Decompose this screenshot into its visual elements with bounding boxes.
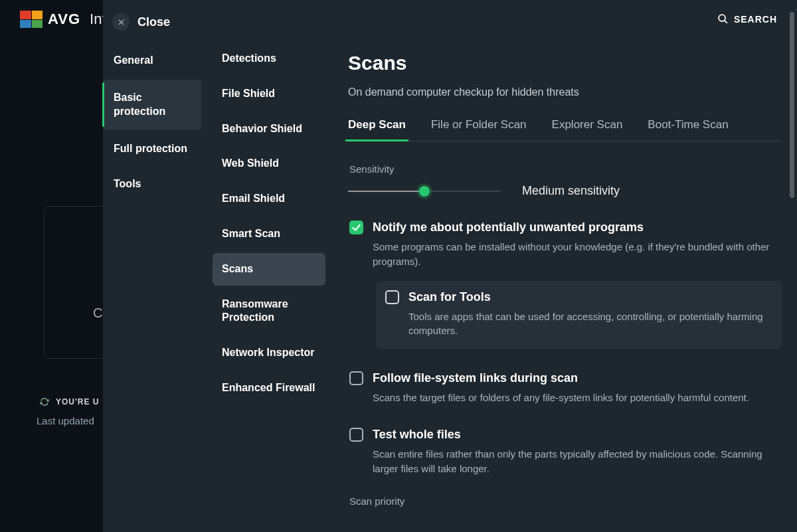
pup-title: Notify me about potentially unwanted pro… — [373, 221, 782, 234]
sensitivity-label: Sensitivity — [349, 163, 782, 175]
whole-files-title: Test whole files — [373, 428, 782, 442]
tab-explorer-scan[interactable]: Explorer Scan — [552, 118, 623, 141]
settings-panel: Close General Basic protection Full prot… — [103, 0, 797, 532]
svg-line-3 — [725, 21, 727, 23]
slider-thumb[interactable] — [419, 186, 430, 197]
subnav-smart-scan[interactable]: Smart Scan — [213, 218, 325, 250]
scan-tabs: Deep Scan File or Folder Scan Explorer S… — [348, 118, 781, 141]
tools-title: Scan for Tools — [408, 290, 773, 304]
subnav-web-shield[interactable]: Web Shield — [213, 147, 325, 180]
avg-logo: AVG Int — [20, 11, 106, 28]
scan-priority-label: Scan priority — [349, 495, 782, 507]
refresh-icon — [39, 396, 50, 407]
close-label: Close — [137, 15, 170, 29]
subnav-scans[interactable]: Scans — [213, 253, 325, 286]
subnav-email-shield[interactable]: Email Shield — [213, 183, 325, 215]
subnav-enhanced-firewall[interactable]: Enhanced Firewall — [213, 372, 325, 404]
svg-point-2 — [719, 15, 725, 21]
nav-item-basic-protection[interactable]: Basic protection — [103, 80, 201, 130]
settings-content: SEARCH Scans On demand computer checkup … — [332, 0, 797, 532]
checkbox-follow-links[interactable] — [349, 371, 363, 385]
settings-primary-nav: Close General Basic protection Full prot… — [103, 0, 206, 532]
tab-boot-time-scan[interactable]: Boot-Time Scan — [648, 118, 728, 141]
close-icon — [118, 19, 125, 26]
follow-links-title: Follow file-system links during scan — [373, 371, 782, 385]
pup-desc: Some programs can be installed without y… — [373, 240, 782, 269]
search-button[interactable]: SEARCH — [717, 13, 777, 25]
settings-sub-nav: Detections File Shield Behavior Shield W… — [206, 0, 332, 532]
tools-desc: Tools are apps that can be used for acce… — [408, 310, 773, 339]
subnav-behavior-shield[interactable]: Behavior Shield — [213, 113, 325, 145]
sensitivity-slider[interactable] — [348, 191, 501, 192]
page-title: Scans — [348, 52, 781, 74]
search-icon — [717, 13, 729, 25]
subnav-file-shield[interactable]: File Shield — [213, 78, 325, 110]
bg-status: YOU'RE U — [40, 397, 100, 406]
tab-file-folder-scan[interactable]: File or Folder Scan — [431, 118, 527, 141]
follow-links-desc: Scans the target files or folders of any… — [373, 391, 782, 405]
page-subtitle: On demand computer checkup for hidden th… — [348, 86, 781, 98]
content-scrollbar[interactable] — [790, 12, 794, 198]
nav-item-general[interactable]: General — [103, 43, 205, 78]
bg-updated: Last updated — [37, 415, 94, 426]
nav-item-full-protection[interactable]: Full protection — [103, 131, 205, 167]
subnav-detections[interactable]: Detections — [213, 43, 325, 75]
brand-name: AVG — [48, 11, 80, 28]
sensitivity-value: Medium sensitivity — [522, 184, 620, 198]
whole-files-desc: Scan entire files rather than only the p… — [373, 447, 782, 476]
subnav-network-inspector[interactable]: Network Inspector — [213, 337, 325, 369]
tab-deep-scan[interactable]: Deep Scan — [348, 118, 406, 141]
nav-item-tools[interactable]: Tools — [103, 166, 205, 202]
checkbox-scan-for-tools[interactable] — [385, 290, 399, 304]
scroll-area[interactable]: Sensitivity Medium sensitivity Notify me… — [348, 145, 786, 532]
checkbox-pup[interactable] — [349, 221, 363, 234]
close-button[interactable] — [112, 13, 130, 31]
subnav-ransomware-protection[interactable]: Ransomware Protection — [213, 288, 325, 335]
avg-logo-squares-icon — [20, 11, 43, 28]
checkbox-whole-files[interactable] — [349, 428, 363, 442]
